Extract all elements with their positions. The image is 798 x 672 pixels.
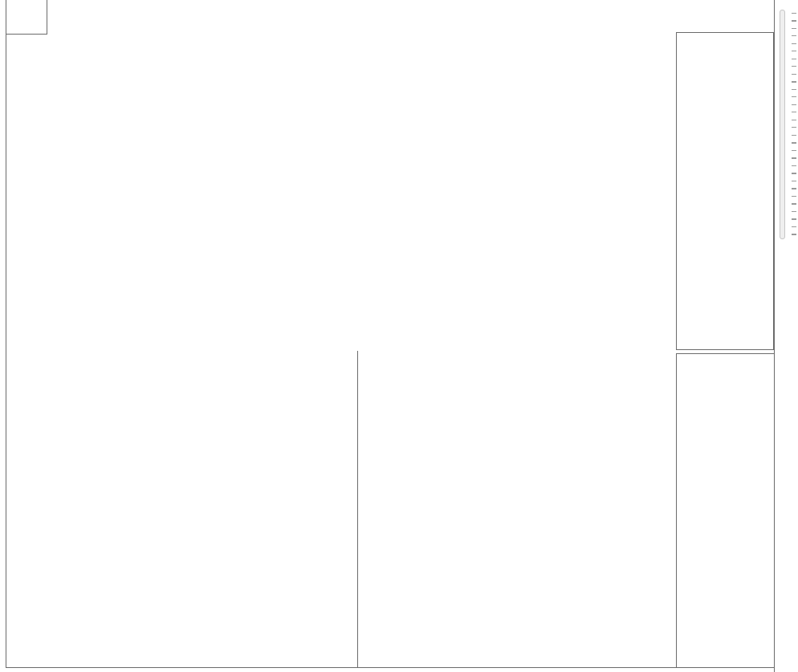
x-line-radargram[interactable] [46, 351, 356, 667]
gpr-depth-slice-viewer [0, 0, 798, 672]
y-line-radargram[interactable] [357, 37, 676, 351]
panel-border [6, 667, 774, 668]
x-position-tick-labels [47, 14, 368, 27]
depth-tick-labels-top [347, 14, 687, 27]
panel-border [6, 34, 47, 35]
slider-tick-marks [792, 13, 796, 235]
panel-border [676, 353, 774, 354]
depth-slice-slider-track[interactable] [780, 10, 785, 239]
depth-slice-slider-thumb[interactable] [775, 0, 788, 10]
depth-slice-map[interactable] [50, 37, 357, 349]
panel-border [357, 351, 358, 668]
panel-border [47, 0, 47, 34]
spacer-panel [676, 32, 774, 350]
panel-border [774, 0, 775, 672]
panel-border [6, 0, 6, 668]
panel-border [676, 353, 677, 668]
